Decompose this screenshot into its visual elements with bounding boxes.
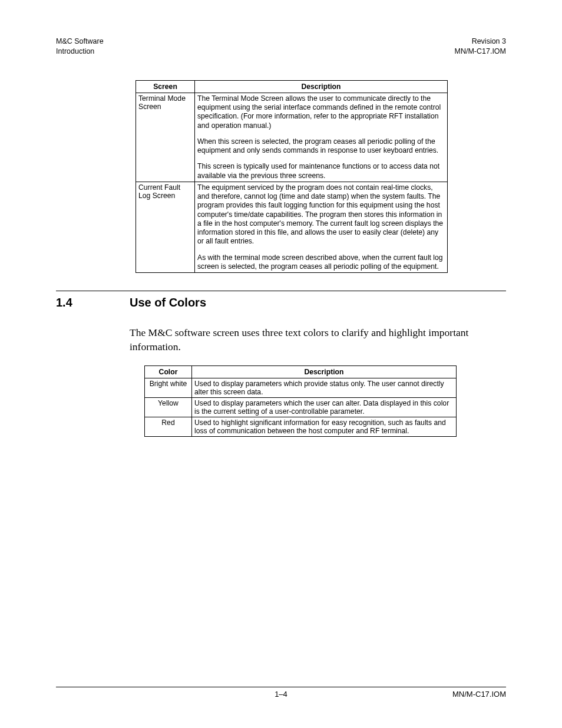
color-desc-cell: Used to highlight significant informatio… (192, 417, 457, 437)
screen-name-cell: Current Fault Log Screen (136, 182, 195, 272)
desc-para: As with the terminal mode screen describ… (197, 253, 445, 272)
section-heading: 1.4 Use of Colors (56, 296, 506, 309)
colors-table: Color Description Bright white Used to d… (144, 365, 457, 437)
header-right: Revision 3 MN/M-C17.IOM (455, 37, 507, 57)
color-name-cell: Bright white (145, 378, 192, 398)
screens-table: Screen Description Terminal Mode Screen … (135, 80, 448, 273)
desc-para: This screen is typically used for mainte… (197, 162, 445, 180)
table-row: Red Used to highlight significant inform… (145, 417, 457, 437)
desc-para: The equipment serviced by the program do… (197, 183, 445, 246)
footer-page-number: 1–4 (56, 690, 506, 699)
table-row: Current Fault Log Screen The equipment s… (136, 182, 448, 272)
col-header-color: Color (145, 366, 192, 378)
page-footer: 1–4 MN/M-C17.IOM (56, 687, 506, 699)
page-content: Screen Description Terminal Mode Screen … (56, 80, 506, 699)
header-left-line1: M&C Software (56, 37, 104, 47)
col-header-screen: Screen (136, 80, 195, 93)
header-left: M&C Software Introduction (56, 37, 104, 57)
screen-desc-cell: The equipment serviced by the program do… (195, 182, 448, 272)
header-right-line1: Revision 3 (455, 37, 507, 47)
section-rule (56, 291, 506, 291)
page-header: M&C Software Introduction Revision 3 MN/… (56, 37, 506, 57)
col-header-description: Description (192, 366, 457, 378)
table-row: Bright white Used to display parameters … (145, 378, 457, 398)
section-body-para: The M&C software screen uses three text … (130, 326, 506, 354)
col-header-description: Description (195, 80, 448, 93)
screen-desc-cell: The Terminal Mode Screen allows the user… (195, 93, 448, 182)
section-title: Use of Colors (130, 296, 506, 309)
color-desc-cell: Used to display parameters which the use… (192, 398, 457, 417)
table-row: Yellow Used to display parameters which … (145, 398, 457, 417)
desc-para: The Terminal Mode Screen allows the user… (197, 94, 445, 130)
color-desc-cell: Used to display parameters which provide… (192, 378, 457, 398)
section-number: 1.4 (56, 296, 130, 309)
desc-para: When this screen is selected, the progra… (197, 137, 445, 156)
table-row: Terminal Mode Screen The Terminal Mode S… (136, 93, 448, 182)
color-name-cell: Red (145, 417, 192, 437)
header-right-line2: MN/M-C17.IOM (455, 47, 507, 57)
color-name-cell: Yellow (145, 398, 192, 417)
document-page: M&C Software Introduction Revision 3 MN/… (0, 0, 562, 728)
screen-name-cell: Terminal Mode Screen (136, 93, 195, 182)
header-left-line2: Introduction (56, 47, 104, 57)
table-header-row: Screen Description (136, 80, 448, 93)
table-header-row: Color Description (145, 366, 457, 378)
